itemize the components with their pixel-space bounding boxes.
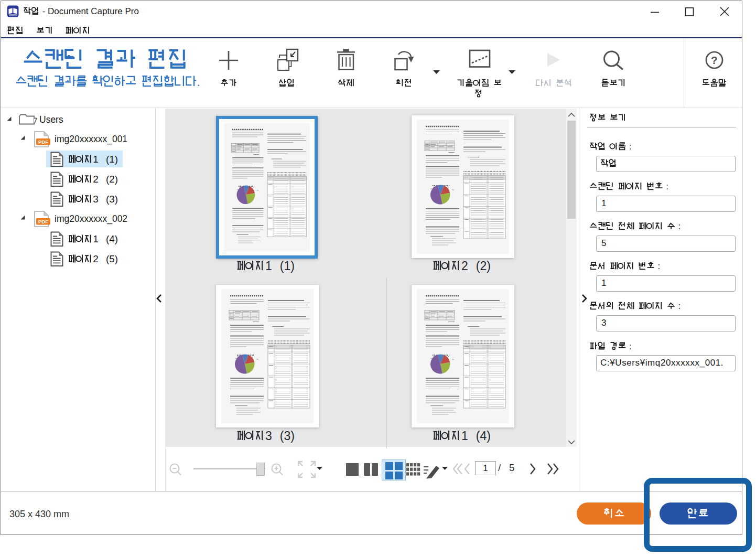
svg-text::: : [629,341,632,351]
svg-text:Capture: Capture [91,6,122,16]
svg-text:1: 1 [461,429,468,443]
svg-text:(2): (2) [476,259,491,273]
svg-text:2: 2 [93,174,99,185]
svg-text:(3): (3) [106,194,118,205]
svg-text:(2): (2) [106,174,118,185]
svg-text:1: 1 [93,154,99,165]
svg-text:.: . [197,76,200,89]
svg-text::: : [629,142,632,152]
svg-text:(4): (4) [106,233,118,244]
svg-text:3: 3 [265,429,272,443]
svg-text:1: 1 [265,259,272,273]
svg-text:1: 1 [93,233,99,244]
svg-text:(1): (1) [106,154,118,165]
svg-text:2: 2 [93,253,99,264]
svg-text::: : [678,301,681,311]
svg-text:2: 2 [461,259,468,273]
svg-text:(5): (5) [106,253,118,264]
svg-text::: : [658,261,661,271]
svg-text:(4): (4) [476,429,491,443]
svg-text:-: - [42,6,46,16]
svg-text::: : [666,181,668,191]
svg-text:(3): (3) [280,429,295,443]
svg-text::: : [678,221,681,231]
svg-text:Document: Document [48,6,89,16]
svg-text:3: 3 [93,194,99,205]
svg-text:Pro: Pro [125,6,139,16]
svg-text:(1): (1) [280,259,295,273]
